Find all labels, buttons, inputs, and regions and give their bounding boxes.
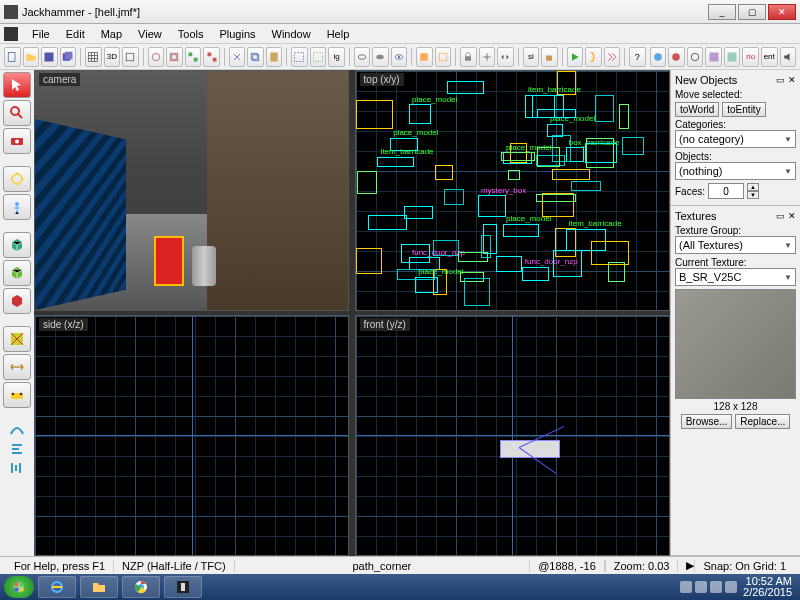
camera-tool[interactable] <box>3 128 31 154</box>
menu-help[interactable]: Help <box>319 26 358 42</box>
block-tool[interactable] <box>3 232 31 258</box>
replace-button[interactable]: Replace... <box>735 414 790 429</box>
cordon-button[interactable] <box>416 47 433 67</box>
palette-1-button[interactable] <box>705 47 722 67</box>
group-button[interactable] <box>185 47 202 67</box>
ignore-groups-button[interactable]: ig <box>328 47 345 67</box>
menu-window[interactable]: Window <box>264 26 319 42</box>
flip-h-button[interactable] <box>497 47 514 67</box>
run-map-button[interactable] <box>567 47 584 67</box>
vertex-tool[interactable] <box>3 382 31 408</box>
browse-button[interactable]: Browse... <box>681 414 733 429</box>
render-textured-button[interactable] <box>668 47 685 67</box>
cut-button[interactable] <box>229 47 246 67</box>
viewport-camera[interactable]: camera <box>34 70 349 311</box>
texture-sl-button[interactable]: sl <box>523 47 540 67</box>
stop-button[interactable] <box>585 47 602 67</box>
align-button[interactable] <box>479 47 496 67</box>
menu-map[interactable]: Map <box>93 26 130 42</box>
close-button[interactable]: ✕ <box>768 4 796 20</box>
app-menu-icon[interactable] <box>4 27 18 41</box>
open-file-button[interactable] <box>23 47 40 67</box>
sound-button[interactable] <box>780 47 797 67</box>
system-clock[interactable]: 10:52 AM 2/26/2015 <box>743 576 796 598</box>
hide-button[interactable] <box>354 47 371 67</box>
svg-point-27 <box>691 53 699 61</box>
magnify-tool[interactable] <box>3 100 31 126</box>
to-entity-button[interactable]: toEntity <box>722 102 765 117</box>
carve-button[interactable] <box>148 47 165 67</box>
entity-tool[interactable] <box>3 166 31 192</box>
align-center-tool[interactable] <box>3 460 31 476</box>
svg-point-37 <box>12 393 15 396</box>
minimize-button[interactable]: _ <box>708 4 736 20</box>
objects-combo[interactable]: (nothing)▼ <box>675 162 796 180</box>
svg-rect-8 <box>188 52 192 56</box>
faces-up-button[interactable]: ▲ <box>747 183 759 191</box>
palette-2-button[interactable] <box>724 47 741 67</box>
task-explorer[interactable] <box>80 576 118 598</box>
viewport-top[interactable]: place_modelitem_barricadeplace_modelplac… <box>355 70 670 311</box>
tray-icons[interactable] <box>680 581 737 593</box>
ungroup-button[interactable] <box>203 47 220 67</box>
model-tool[interactable] <box>3 194 31 220</box>
svg-rect-41 <box>20 583 24 587</box>
render-flat-button[interactable] <box>650 47 667 67</box>
viewport-label-side: side (x/z) <box>39 318 88 331</box>
task-jackhammer[interactable] <box>164 576 202 598</box>
clip-tool[interactable] <box>3 354 31 380</box>
menu-tools[interactable]: Tools <box>170 26 212 42</box>
task-ie[interactable] <box>38 576 76 598</box>
save-all-button[interactable] <box>60 47 77 67</box>
menu-file[interactable]: File <box>24 26 58 42</box>
faces-input[interactable] <box>708 183 744 199</box>
maximize-button[interactable]: ▢ <box>738 4 766 20</box>
show-all-button[interactable] <box>391 47 408 67</box>
path-tool[interactable] <box>3 420 31 440</box>
menu-view[interactable]: View <box>130 26 170 42</box>
texture-group-combo[interactable]: (All Textures)▼ <box>675 236 796 254</box>
show-ent-button[interactable]: ent <box>761 47 778 67</box>
svg-rect-1 <box>45 52 54 61</box>
svg-rect-42 <box>15 588 19 592</box>
menu-plugins[interactable]: Plugins <box>211 26 263 42</box>
start-button[interactable] <box>4 576 34 598</box>
panel-dock-icon[interactable]: ▭ ✕ <box>776 75 796 85</box>
faces-down-button[interactable]: ▼ <box>747 191 759 199</box>
render-wire-button[interactable] <box>687 47 704 67</box>
help-button[interactable]: ? <box>629 47 646 67</box>
hollow-button[interactable] <box>166 47 183 67</box>
save-file-button[interactable] <box>41 47 58 67</box>
snap-grid-button[interactable] <box>122 47 139 67</box>
to-world-button[interactable]: toWorld <box>675 102 719 117</box>
no-draw-button[interactable]: no <box>742 47 759 67</box>
texture-lock-button[interactable] <box>460 47 477 67</box>
cordon-edit-button[interactable] <box>435 47 452 67</box>
grid-toggle-button[interactable] <box>85 47 102 67</box>
texture-lock2-button[interactable] <box>541 47 558 67</box>
task-chrome[interactable] <box>122 576 160 598</box>
new-file-button[interactable] <box>4 47 21 67</box>
current-texture-combo[interactable]: B_SR_V25C▼ <box>675 268 796 286</box>
selection-tool[interactable] <box>3 72 31 98</box>
select-mode-button[interactable] <box>291 47 308 67</box>
select-touching-button[interactable] <box>310 47 327 67</box>
decal-tool[interactable] <box>3 326 31 352</box>
grid-3d-button[interactable]: 3D <box>104 47 121 67</box>
categories-combo[interactable]: (no category)▼ <box>675 130 796 148</box>
svg-rect-21 <box>421 53 429 61</box>
copy-button[interactable] <box>247 47 264 67</box>
align-left-tool[interactable] <box>3 442 31 458</box>
viewport-side[interactable]: side (x/z) <box>34 315 349 556</box>
compile-button[interactable] <box>604 47 621 67</box>
viewport-front[interactable]: front (y/z) <box>355 315 670 556</box>
texture-tool[interactable] <box>3 260 31 286</box>
panel-dock-icon[interactable]: ▭ ✕ <box>776 211 796 221</box>
paste-button[interactable] <box>266 47 283 67</box>
svg-point-26 <box>673 53 681 61</box>
apply-texture-tool[interactable] <box>3 288 31 314</box>
viewport-area: camera place_modelitem_barricadeplace_mo… <box>34 70 670 556</box>
chevron-down-icon: ▼ <box>784 241 792 250</box>
hide-unselected-button[interactable] <box>372 47 389 67</box>
menu-edit[interactable]: Edit <box>58 26 93 42</box>
